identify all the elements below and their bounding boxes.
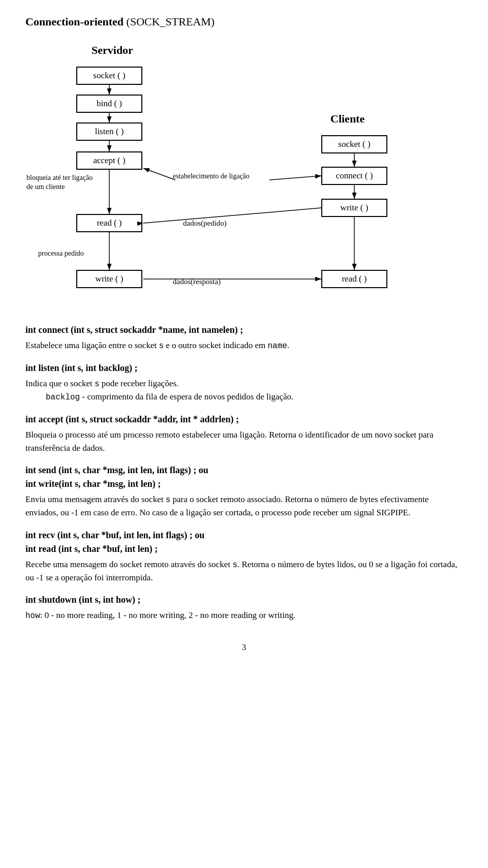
dados-resposta-label: dados(resposta) [173, 277, 221, 286]
client-read-box: read ( ) [321, 270, 387, 288]
servidor-label: Servidor [92, 44, 133, 57]
svg-line-12 [143, 208, 321, 223]
title-normal: (SOCK_STREAM) [124, 15, 215, 28]
accept-body: Bloqueia o processo até um processo remo… [25, 428, 463, 454]
section-shutdown: int shutdown (int s, int how) ; how: 0 -… [25, 593, 463, 622]
page-number: 3 [25, 642, 463, 653]
listen-heading: int listen (int s, int backlog) ; [25, 361, 463, 375]
estabelecimento-label: estabelecimento de ligação [173, 172, 250, 180]
processa-label: processa pedido [38, 250, 84, 258]
server-bind-box: bind ( ) [76, 95, 142, 113]
dados-pedido-label: dados(pedido) [183, 219, 227, 228]
server-socket-box: socket ( ) [76, 67, 142, 85]
recv-body: Recebe uma mensagem do socket remoto atr… [25, 558, 463, 584]
send-heading: int send (int s, char *msg, int len, int… [25, 463, 463, 491]
server-accept-box: accept ( ) [76, 151, 142, 170]
client-socket-box: socket ( ) [321, 135, 387, 153]
title-bold: Connection-oriented [25, 15, 124, 28]
recv-heading: int recv (int s, char *buf, int len, int… [25, 529, 463, 556]
server-write-box: write ( ) [76, 270, 142, 288]
diagram: Servidor Cliente socket ( ) bind ( ) lis… [25, 39, 463, 308]
section-accept: int accept (int s, struct sockaddr *addr… [25, 413, 463, 454]
section-send: int send (int s, char *msg, int len, int… [25, 463, 463, 519]
cliente-label: Cliente [330, 112, 364, 126]
client-write-box: write ( ) [321, 199, 387, 217]
listen-body: Indica que o socket s pode receber ligaç… [25, 377, 463, 404]
section-connect: int connect (int s, struct sockaddr *nam… [25, 323, 463, 352]
section-listen: int listen (int s, int backlog) ; Indica… [25, 361, 463, 404]
server-read-box: read ( ) [76, 214, 142, 232]
svg-line-10 [143, 168, 175, 180]
connect-body: Estabelece uma ligação entre o socket s … [25, 339, 463, 352]
server-listen-box: listen ( ) [76, 122, 142, 141]
content-area: int connect (int s, struct sockaddr *nam… [25, 323, 463, 622]
accept-heading: int accept (int s, struct sockaddr *addr… [25, 413, 463, 426]
shutdown-body: how: 0 - no more reading, 1 - no more wr… [25, 609, 463, 622]
section-recv: int recv (int s, char *buf, int len, int… [25, 529, 463, 584]
connect-heading: int connect (int s, struct sockaddr *nam… [25, 323, 463, 337]
svg-line-11 [269, 176, 321, 180]
backlog-line: backlog - comprimento da fila de espera … [46, 392, 293, 401]
bloqueia-label: bloqueia até ter ligaçãode um cliente [26, 173, 93, 192]
shutdown-heading: int shutdown (int s, int how) ; [25, 593, 463, 607]
send-body: Envia uma mensagem através do socket s p… [25, 493, 463, 519]
page-title: Connection-oriented (SOCK_STREAM) [25, 15, 463, 28]
client-connect-box: connect ( ) [321, 167, 387, 185]
